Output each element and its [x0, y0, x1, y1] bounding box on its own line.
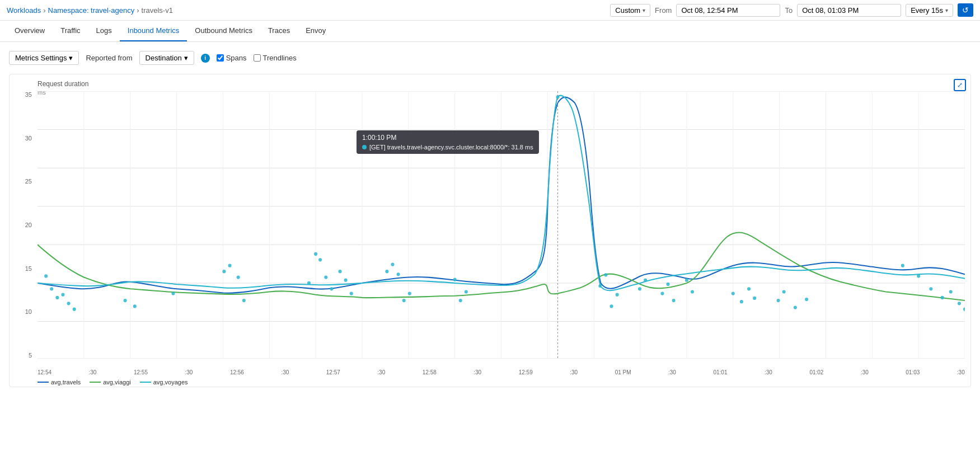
tab-envoy[interactable]: Envoy	[298, 21, 334, 41]
svg-point-47	[344, 279, 348, 282]
svg-point-59	[604, 273, 607, 276]
legend-viaggi: avg,viaggi	[90, 379, 131, 386]
time-range-select[interactable]: Custom ▾	[610, 4, 650, 17]
chart-expand-btn[interactable]: ⤢	[954, 79, 966, 91]
x-label-3: :30	[185, 369, 193, 375]
time-range-label: Custom	[615, 6, 640, 15]
metrics-settings-btn[interactable]: Metrics Settings ▾	[9, 51, 79, 65]
svg-point-28	[44, 274, 48, 278]
x-axis: 12:54 :30 12:55 :30 12:56 :30 12:57 :30 …	[37, 369, 965, 375]
svg-point-51	[397, 272, 400, 276]
destination-label: Destination	[146, 54, 182, 62]
svg-point-67	[685, 279, 688, 282]
time-range-caret: ▾	[643, 7, 645, 13]
interval-select[interactable]: Every 15s ▾	[906, 4, 953, 17]
x-label-2: 12:55	[134, 369, 148, 375]
y-label-25: 25	[25, 178, 32, 185]
svg-point-35	[133, 304, 137, 308]
tab-traffic[interactable]: Traffic	[53, 21, 88, 41]
tab-overview[interactable]: Overview	[7, 21, 53, 41]
svg-point-39	[237, 275, 240, 279]
from-label: From	[655, 6, 672, 15]
destination-select[interactable]: Destination ▾	[139, 51, 194, 65]
tab-logs[interactable]: Logs	[88, 21, 120, 41]
info-icon[interactable]: i	[201, 54, 210, 63]
from-datetime[interactable]	[676, 4, 780, 17]
x-label-17: :30	[861, 369, 869, 375]
svg-point-82	[958, 302, 961, 305]
svg-point-78	[917, 274, 920, 278]
svg-point-48	[350, 292, 353, 295]
metrics-settings-caret: ▾	[69, 54, 73, 62]
y-label-35: 35	[25, 91, 32, 98]
legend-travels-label: avg,travels	[51, 379, 81, 386]
content: Metrics Settings ▾ Reported from Destina…	[0, 42, 980, 396]
breadcrumb-sep2: ›	[137, 6, 139, 15]
legend-travels-line	[37, 382, 49, 383]
svg-point-41	[307, 281, 311, 285]
x-label-8: 12:58	[423, 369, 437, 375]
x-label-4: 12:56	[230, 369, 244, 375]
svg-point-55	[459, 299, 462, 302]
x-label-7: :30	[377, 369, 385, 375]
y-label-30: 30	[25, 135, 32, 142]
to-label: To	[785, 6, 793, 15]
svg-point-29	[50, 287, 53, 290]
y-axis: 5 10 15 20 25 30 35	[10, 91, 35, 359]
workloads-link[interactable]: Workloads	[7, 6, 41, 15]
svg-point-80	[941, 296, 944, 299]
legend-voyages: avg,voyages	[140, 379, 188, 386]
x-label-15: :30	[765, 369, 772, 375]
chart-legend: avg,travels avg,viaggi avg,voyages	[37, 379, 188, 386]
svg-point-79	[929, 287, 932, 290]
tab-traces[interactable]: Traces	[260, 21, 298, 41]
namespace-link[interactable]: Namespace: travel-agency	[48, 6, 135, 15]
trendlines-checkbox-label[interactable]: Trendlines	[254, 54, 297, 62]
x-label-0: 12:54	[37, 369, 51, 375]
legend-viaggi-label: avg,viaggi	[103, 379, 131, 386]
svg-point-45	[330, 287, 333, 290]
x-label-10: 12:59	[519, 369, 533, 375]
svg-point-34	[124, 299, 127, 302]
to-datetime[interactable]	[797, 4, 901, 17]
breadcrumb: Workloads › Namespace: travel-agency › t…	[7, 6, 173, 15]
svg-point-77	[901, 264, 904, 267]
svg-point-73	[777, 299, 780, 302]
y-label-10: 10	[25, 308, 32, 315]
interval-label: Every 15s	[911, 6, 943, 15]
svg-point-81	[949, 290, 953, 293]
nav-tabs: Overview Traffic Logs Inbound Metrics Ou…	[0, 21, 980, 42]
x-label-19: :30	[957, 369, 965, 375]
chart-toolbar: Metrics Settings ▾ Reported from Destina…	[9, 51, 971, 65]
svg-point-63	[644, 279, 647, 282]
svg-point-40	[242, 299, 246, 302]
svg-point-65	[667, 283, 670, 286]
x-label-18: 01:03	[906, 369, 920, 375]
destination-caret: ▾	[184, 54, 188, 62]
svg-point-76	[805, 298, 808, 301]
spans-checkbox-label[interactable]: Spans	[217, 54, 247, 62]
svg-point-43	[318, 258, 322, 261]
x-label-14: 01:01	[713, 369, 727, 375]
legend-travels: avg,travels	[37, 379, 81, 386]
x-label-13: :30	[668, 369, 676, 375]
chart-svg	[37, 91, 965, 359]
spans-checkbox[interactable]	[217, 54, 224, 62]
x-label-9: :30	[473, 369, 481, 375]
refresh-button[interactable]: ↺	[958, 3, 973, 17]
legend-viaggi-line	[90, 382, 101, 383]
x-label-6: 12:57	[326, 369, 340, 375]
chart-container: Request duration ms ⤢ 5 10 15 20 25 30 3…	[9, 74, 971, 387]
checkbox-group: Spans Trendlines	[217, 54, 297, 62]
svg-point-31	[61, 293, 64, 297]
trendlines-checkbox[interactable]	[254, 54, 261, 62]
topbar-right: Custom ▾ From To Every 15s ▾ ↺	[610, 3, 973, 17]
tab-inbound-metrics[interactable]: Inbound Metrics	[120, 21, 187, 41]
spans-label: Spans	[226, 54, 247, 62]
svg-point-38	[228, 264, 231, 267]
y-label-5: 5	[29, 352, 32, 359]
x-label-11: :30	[570, 369, 578, 375]
y-label-20: 20	[25, 222, 32, 228]
tab-outbound-metrics[interactable]: Outbound Metrics	[187, 21, 260, 41]
svg-point-30	[55, 296, 59, 299]
